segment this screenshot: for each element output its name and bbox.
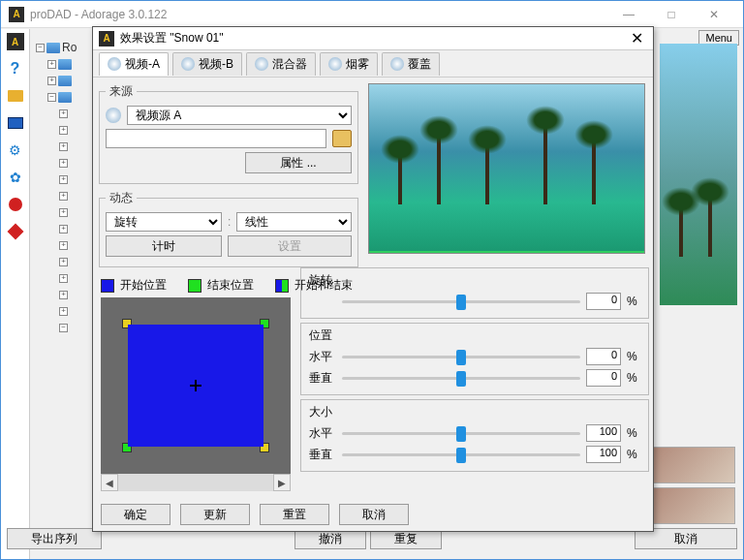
rotation-value[interactable]: 0 xyxy=(586,293,621,310)
swatch-both xyxy=(275,279,289,293)
group-title: 大小 xyxy=(309,404,640,420)
size-v-slider[interactable] xyxy=(342,446,580,463)
motion-group: 动态 旋转 : 线性 计时 设置 xyxy=(99,190,358,267)
pct-label: % xyxy=(627,426,640,440)
swatch-start xyxy=(101,279,114,293)
size-h-slider[interactable] xyxy=(342,424,580,442)
main-title-text: proDAD - Adorage 3.0.122 xyxy=(30,8,167,21)
rotation-slider[interactable] xyxy=(342,293,580,310)
position-v-slider[interactable] xyxy=(342,369,580,387)
tree-item[interactable]: + xyxy=(36,287,94,302)
h-label: 水平 xyxy=(309,425,336,442)
scroll-right-icon[interactable]: ▶ xyxy=(273,474,291,491)
thumbnail-strip xyxy=(648,447,735,524)
tree-item[interactable]: + xyxy=(36,270,94,286)
close-button[interactable]: ✕ xyxy=(693,1,735,28)
tree-item[interactable]: + xyxy=(36,122,94,138)
tree-item[interactable]: − xyxy=(36,89,94,105)
smoke-icon xyxy=(328,57,342,71)
position-rect[interactable] xyxy=(128,325,264,447)
export-button[interactable]: 导出序列 xyxy=(7,528,102,549)
tree-item[interactable]: + xyxy=(36,254,94,269)
v-label: 垂直 xyxy=(309,370,336,387)
tab-video-a[interactable]: 视频-A xyxy=(99,52,169,76)
effects-tree[interactable]: −Ro + + − + + + + + + + + + + + + + − xyxy=(36,40,94,447)
properties-button[interactable]: 属性 ... xyxy=(245,152,352,173)
app-icon[interactable]: A xyxy=(7,33,24,50)
main-titlebar: A proDAD - Adorage 3.0.122 — □ ✕ xyxy=(1,1,743,28)
position-group: 位置 水平 0 % 垂直 0 % xyxy=(300,323,649,395)
tab-smoke[interactable]: 烟雾 xyxy=(320,52,378,76)
motion-legend: 动态 xyxy=(106,190,137,206)
position-scrollbar[interactable]: ◀ ▶ xyxy=(101,474,291,491)
size-group: 大小 水平 100 % 垂直 100 % xyxy=(300,399,649,472)
center-cross-icon xyxy=(190,380,202,391)
tree-item[interactable]: − xyxy=(36,320,94,335)
tree-root-label: Ro xyxy=(62,41,77,54)
tab-label: 烟雾 xyxy=(346,56,369,73)
monitor-icon[interactable] xyxy=(7,114,24,132)
app-icon: A xyxy=(99,31,114,47)
size-v-value[interactable]: 100 xyxy=(586,446,621,463)
update-button[interactable]: 更新 xyxy=(180,504,250,525)
size-h-value[interactable]: 100 xyxy=(586,424,621,442)
dialog-title-text: 效果设置 "Snow 01" xyxy=(120,30,224,47)
source-legend: 来源 xyxy=(106,83,137,100)
source-select[interactable]: 视频源 A xyxy=(127,106,352,125)
tab-label: 视频-B xyxy=(199,56,233,73)
sliders-icon[interactable]: ⚙ xyxy=(7,141,24,159)
h-label: 水平 xyxy=(309,349,336,365)
motion-curve-select[interactable]: 线性 xyxy=(236,212,352,232)
position-h-slider[interactable] xyxy=(342,348,580,365)
ok-button[interactable]: 确定 xyxy=(101,504,170,525)
tree-item[interactable]: + xyxy=(36,237,94,253)
browse-icon[interactable] xyxy=(332,130,352,147)
position-v-value[interactable]: 0 xyxy=(586,369,621,387)
group-title: 旋转 xyxy=(309,272,640,289)
stop-icon[interactable] xyxy=(7,223,24,240)
dialog-close-button[interactable]: ✕ xyxy=(627,29,647,47)
motion-type-select[interactable]: 旋转 xyxy=(106,212,222,232)
thumbnail[interactable] xyxy=(648,487,735,524)
dialog-titlebar[interactable]: A 效果设置 "Snow 01" ✕ xyxy=(93,27,653,50)
tree-item[interactable]: + xyxy=(36,303,94,319)
position-h-value[interactable]: 0 xyxy=(586,348,621,365)
tree-root[interactable]: −Ro xyxy=(36,40,94,55)
thumbnail[interactable] xyxy=(648,447,735,483)
gear-icon[interactable]: ✿ xyxy=(7,169,24,186)
tree-item[interactable]: + xyxy=(36,106,94,121)
dialog-footer: 确定 更新 重置 取消 xyxy=(101,504,409,525)
folder-open-icon[interactable] xyxy=(7,87,24,105)
record-icon[interactable] xyxy=(7,196,24,213)
legend-label: 开始位置 xyxy=(120,277,167,294)
position-editor[interactable]: ◀ ▶ xyxy=(101,297,291,491)
tree-item[interactable]: + xyxy=(36,171,94,187)
tab-video-b[interactable]: 视频-B xyxy=(172,52,242,76)
tree-item[interactable]: + xyxy=(36,204,94,220)
rotation-group: 旋转 0 % xyxy=(300,267,649,319)
effect-preview xyxy=(368,83,645,254)
pct-label: % xyxy=(627,350,640,363)
tree-item[interactable]: + xyxy=(36,221,94,236)
source-path-input[interactable] xyxy=(106,129,326,148)
tab-overlay[interactable]: 覆盖 xyxy=(382,52,440,76)
dialog-cancel-button[interactable]: 取消 xyxy=(339,504,409,525)
legend-label: 结束位置 xyxy=(207,277,254,294)
maximize-button[interactable]: □ xyxy=(650,1,693,28)
tree-item[interactable]: + xyxy=(36,73,94,88)
tree-item[interactable]: + xyxy=(36,188,94,203)
group-title: 位置 xyxy=(309,327,640,344)
tree-item[interactable]: + xyxy=(36,155,94,171)
help-icon[interactable]: ? xyxy=(7,60,24,78)
tree-item[interactable]: + xyxy=(36,56,94,72)
source-icon xyxy=(106,108,121,123)
effect-settings-dialog: A 效果设置 "Snow 01" ✕ 视频-A 视频-B 混合器 烟雾 覆盖 来… xyxy=(92,26,654,532)
timing-button[interactable]: 计时 xyxy=(106,235,222,257)
tree-item[interactable]: + xyxy=(36,139,94,154)
dialog-tabs: 视频-A 视频-B 混合器 烟雾 覆盖 xyxy=(93,50,653,78)
tab-label: 视频-A xyxy=(125,56,160,73)
reset-button[interactable]: 重置 xyxy=(260,504,329,525)
minimize-button[interactable]: — xyxy=(607,1,650,28)
tab-mixer[interactable]: 混合器 xyxy=(246,52,316,76)
scroll-left-icon[interactable]: ◀ xyxy=(101,474,118,491)
